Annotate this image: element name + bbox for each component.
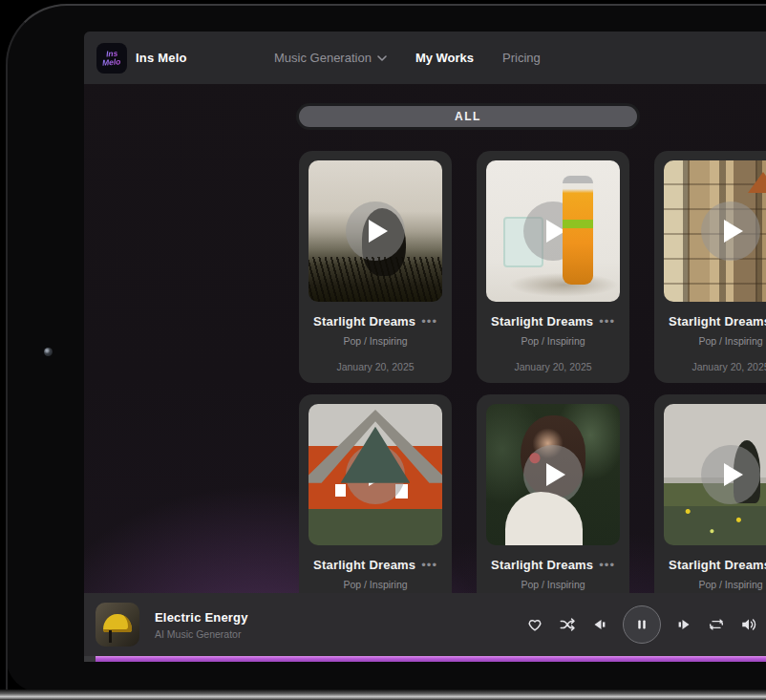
main-nav: Music Generation My Works Pricing: [274, 32, 541, 84]
work-date: January 20, 2025: [486, 361, 620, 372]
work-title: Starlight Dreams: [313, 558, 415, 572]
previous-button[interactable]: [590, 615, 609, 634]
playback-progress-fill: [96, 656, 766, 662]
work-card[interactable]: Starlight Dreams ••• Pop / Inspiring Jan…: [654, 394, 766, 626]
work-card[interactable]: Starlight Dreams ••• Pop / Inspiring Jan…: [477, 151, 629, 383]
now-playing-subtitle: AI Music Generator: [155, 628, 248, 640]
work-card[interactable]: Starlight Dreams ••• Pop / Inspiring Jan…: [299, 394, 452, 626]
work-title: Starlight Dreams: [491, 314, 593, 329]
repeat-button[interactable]: [707, 615, 726, 634]
play-button[interactable]: [523, 202, 583, 261]
work-genre: Pop / Inspiring: [664, 579, 766, 590]
brand-name: Ins Melo: [136, 51, 187, 65]
works-grid: Starlight Dreams ••• Pop / Inspiring Jan…: [299, 151, 766, 626]
play-button[interactable]: [346, 202, 405, 261]
work-title: Starlight Dreams: [669, 558, 766, 572]
shuffle-icon: [559, 616, 576, 633]
work-genre: Pop / Inspiring: [664, 335, 766, 347]
work-cover-image: [309, 404, 442, 545]
app-screen: Starlight Dreams ••• Pop / Inspiring Jan…: [84, 32, 766, 662]
play-button[interactable]: [701, 445, 760, 504]
nav-music-generation[interactable]: Music Generation: [274, 51, 387, 65]
tablet-bottom-edge: [0, 689, 766, 700]
chevron-down-icon: [377, 55, 387, 61]
pause-button[interactable]: [623, 605, 661, 644]
more-options-button[interactable]: •••: [421, 319, 437, 325]
more-options-button[interactable]: •••: [599, 562, 615, 568]
filter-bar: ALL: [296, 103, 640, 130]
work-cover-image: [309, 160, 442, 302]
play-button[interactable]: [523, 445, 583, 504]
nav-my-works[interactable]: My Works: [415, 51, 474, 65]
nav-pricing[interactable]: Pricing: [502, 51, 541, 65]
play-icon: [546, 220, 565, 243]
work-cover-image: [486, 160, 620, 302]
work-title: Starlight Dreams: [669, 314, 766, 329]
work-cover-image: [664, 160, 766, 302]
step-forward-icon: [676, 617, 692, 632]
now-playing-artwork[interactable]: [96, 603, 139, 647]
volume-button[interactable]: [739, 615, 758, 634]
shuffle-button[interactable]: [558, 615, 577, 634]
heart-icon: [526, 616, 543, 633]
play-icon: [369, 463, 388, 486]
pause-icon: [636, 619, 648, 630]
work-title: Starlight Dreams: [491, 558, 593, 572]
work-card[interactable]: Starlight Dreams ••• Pop / Inspiring Jan…: [654, 151, 766, 383]
play-button[interactable]: [701, 202, 760, 261]
top-nav-bar: Ins Melo Ins Melo Music Generation My Wo…: [84, 32, 766, 84]
app-logo[interactable]: Ins Melo: [96, 43, 127, 74]
now-playing-title: Electric Energy: [155, 610, 248, 625]
play-icon: [546, 463, 565, 486]
work-genre: Pop / Inspiring: [309, 335, 442, 347]
work-card[interactable]: Starlight Dreams ••• Pop / Inspiring Jan…: [477, 394, 629, 626]
playback-progress-track[interactable]: [84, 656, 766, 662]
play-icon: [724, 463, 743, 486]
work-genre: Pop / Inspiring: [486, 335, 620, 347]
work-date: January 20, 2025: [664, 361, 766, 372]
repeat-icon: [708, 616, 725, 633]
work-cover-image: [664, 404, 766, 545]
play-icon: [724, 220, 743, 243]
play-button[interactable]: [346, 445, 405, 504]
work-cover-image: [486, 404, 620, 545]
front-camera: [44, 348, 53, 356]
work-genre: Pop / Inspiring: [486, 579, 620, 590]
more-options-button[interactable]: •••: [599, 319, 615, 325]
player-bar: Electric Energy AI Music Generator: [84, 593, 766, 656]
volume-icon: [740, 616, 757, 633]
play-icon: [369, 220, 388, 243]
work-card[interactable]: Starlight Dreams ••• Pop / Inspiring Jan…: [299, 151, 452, 383]
work-title: Starlight Dreams: [313, 314, 415, 329]
like-button[interactable]: [525, 615, 544, 634]
more-options-button[interactable]: •••: [421, 562, 437, 568]
filter-tab-all[interactable]: ALL: [299, 106, 637, 127]
work-date: January 20, 2025: [309, 361, 442, 372]
step-backward-icon: [592, 617, 607, 632]
logo-text-line2: Melo: [102, 57, 121, 67]
work-genre: Pop / Inspiring: [309, 579, 442, 590]
next-button[interactable]: [674, 615, 693, 634]
player-controls: [525, 593, 758, 656]
